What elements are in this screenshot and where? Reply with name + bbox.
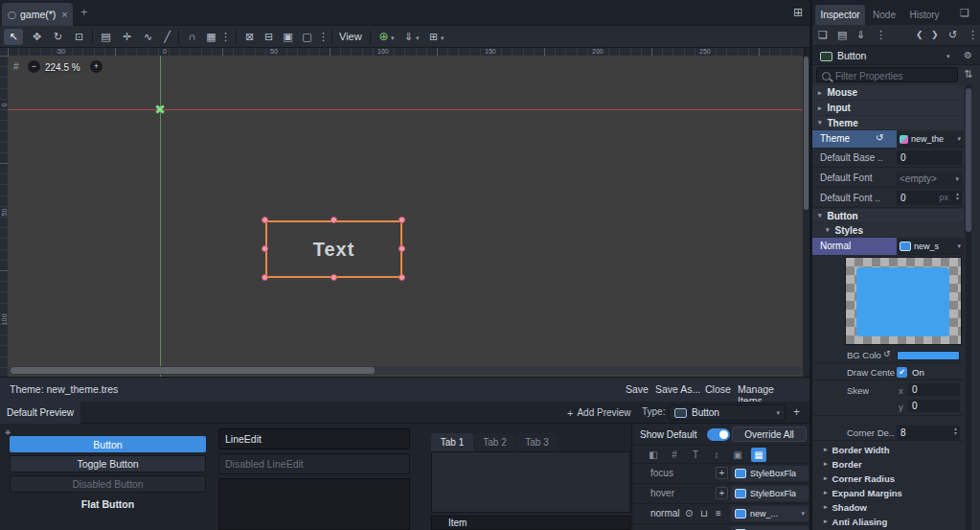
revert-icon[interactable]: ↺ [883, 349, 891, 358]
revert-icon[interactable]: ↺ [876, 132, 883, 143]
filter-properties-input[interactable] [833, 69, 957, 82]
spinner-arrows[interactable]: ▴ ▾ [956, 192, 959, 201]
smart-snap-button[interactable]: ∩ [184, 29, 200, 45]
back-icon[interactable]: ❮ [916, 30, 923, 39]
preview-tab-2[interactable]: Tab 2 [474, 433, 515, 451]
preview-tab-3[interactable]: Tab 3 [516, 433, 558, 451]
font-size-type-tab[interactable]: ↕ [709, 448, 724, 462]
font-dropdown[interactable]: <empty> ▾ [897, 172, 962, 186]
override-all-button[interactable]: Override All [732, 426, 807, 442]
section-input[interactable]: ▸ Input [812, 101, 964, 115]
section-anti-aliasing[interactable]: ▸ Anti Aliasing [812, 515, 964, 528]
skew-y-field[interactable]: 0 [908, 400, 960, 412]
rotate-tool-button[interactable]: ↻ [50, 29, 66, 45]
section-styles[interactable]: ▾ Styles [812, 223, 964, 237]
add-scene-tab-button[interactable]: + [80, 5, 88, 19]
selection-handle[interactable] [262, 245, 268, 252]
skeleton-options-menu[interactable]: ⋮ [318, 29, 328, 45]
unlock-button[interactable]: ⊟ [261, 29, 277, 45]
chevron-down-icon[interactable]: ▾ [416, 35, 420, 42]
group-button[interactable]: ▣ [280, 29, 296, 45]
selection-handle[interactable] [399, 245, 405, 252]
section-expand-margins[interactable]: ▸ Expand Margins [812, 486, 964, 499]
menu-icon[interactable]: ≡ [716, 508, 721, 518]
theme-resource-dropdown[interactable]: new_the ▾ [897, 131, 964, 147]
canvas-viewport[interactable]: ✚ # − 224.5 % + Text [8, 56, 803, 377]
save-resource-icon[interactable]: ⇓ [856, 29, 865, 41]
selection-handle[interactable] [399, 274, 405, 281]
section-theme[interactable]: ▾ Theme [812, 116, 964, 129]
add-preview-button[interactable]: + Add Preview [567, 404, 631, 421]
spin-down-icon[interactable]: ▾ [956, 196, 959, 201]
viewport[interactable] [8, 48, 803, 56]
view-menu-button[interactable]: View [339, 31, 362, 42]
chevron-down-icon[interactable]: ▾ [441, 35, 444, 42]
select-tool-button[interactable]: ↖ [4, 29, 23, 45]
spin-field[interactable]: 0 px ▴ ▾ [897, 191, 962, 205]
color-swatch[interactable] [897, 351, 960, 360]
constant-type-tab[interactable]: # [667, 448, 682, 462]
panel-menu-icon[interactable]: ❏ [960, 7, 969, 19]
section-button[interactable]: ▾ Button [812, 209, 964, 222]
v-scrollbar-thumb[interactable] [804, 57, 809, 210]
snap-options-menu[interactable]: ⋮ [220, 29, 230, 45]
add-type-button[interactable]: + [793, 405, 800, 419]
type-dropdown[interactable]: Button ▾ [669, 404, 786, 421]
close-button[interactable]: Close [705, 383, 731, 395]
list-select-button[interactable]: ▤ [98, 29, 114, 45]
preview-textedit[interactable] [218, 478, 410, 530]
stylebox-type-tab[interactable]: ▦ [751, 448, 766, 462]
font-type-tab[interactable]: T [688, 448, 703, 462]
add-override-button[interactable]: + [716, 467, 728, 479]
icon-type-tab[interactable]: ▣ [730, 448, 745, 462]
filter-input-box[interactable] [816, 67, 958, 82]
spin-field[interactable]: 8 ▴ ▾ [897, 426, 960, 440]
object-extra-icon[interactable]: ⚙ [964, 50, 972, 60]
forward-icon[interactable]: ❯ [931, 30, 939, 39]
chevron-down-icon[interactable]: ▾ [946, 53, 950, 60]
save-button[interactable]: Save [626, 383, 649, 395]
grid-snap-button[interactable]: ▦ [203, 29, 219, 45]
skew-x-field[interactable]: 0 [908, 383, 960, 396]
tab-inspector[interactable]: Inspector [815, 5, 865, 25]
move-tool-button[interactable]: ✥ [29, 29, 45, 45]
save-as-button[interactable]: Save As... [655, 383, 700, 395]
tab-history[interactable]: History [903, 5, 946, 25]
stylebox-resource-dropdown[interactable]: new_s ▾ [897, 239, 964, 254]
lock-button[interactable]: ⊠ [241, 29, 258, 45]
history-icon[interactable]: ↺ [948, 29, 957, 41]
preview-itemlist[interactable]: Item [431, 516, 630, 530]
tab-node[interactable]: Node [867, 5, 901, 25]
object-menu-icon[interactable]: ⋮ [968, 29, 978, 41]
new-resource-icon[interactable]: ❏ [818, 29, 828, 41]
section-mouse[interactable]: ▸ Mouse [812, 85, 964, 100]
add-override-button[interactable]: + [716, 487, 728, 499]
selection-handle[interactable] [399, 217, 405, 223]
scale-tool-button[interactable]: ⊡ [71, 29, 87, 45]
scene-tab-game[interactable]: ◯ game(*) × [2, 3, 73, 26]
close-icon[interactable]: × [61, 9, 67, 20]
section-border[interactable]: ▸ Border [812, 457, 964, 471]
selection-handle[interactable] [262, 217, 268, 223]
zoom-in-button[interactable]: + [90, 60, 103, 73]
stylebox-value-chip[interactable]: StyleBoxFla [731, 466, 809, 481]
checkbox-checked[interactable]: ✔ [897, 367, 907, 378]
stylebox-value-chip[interactable]: StyleBoxFla [731, 486, 809, 501]
load-resource-icon[interactable]: ▤ [837, 29, 847, 41]
layout-overlay-button[interactable]: ⊞ [425, 29, 442, 45]
zoom-out-button[interactable]: − [28, 60, 40, 73]
section-border-width[interactable]: ▸ Border Width [812, 443, 964, 456]
preview-toggle-button[interactable]: Toggle Button [10, 455, 206, 472]
ruler-tool-button[interactable]: ╱ [159, 29, 175, 45]
selection-handle[interactable] [262, 274, 268, 281]
object-selector-row[interactable]: Button ▾ ⚙ [812, 46, 980, 65]
preview-tab-1[interactable]: Tab 1 [431, 433, 473, 451]
h-scrollbar-thumb[interactable] [11, 367, 375, 374]
spinner-arrows[interactable]: ▴ ▾ [954, 426, 957, 436]
resource-menu-icon[interactable]: ⋮ [876, 29, 886, 41]
show-default-toggle[interactable] [707, 428, 730, 441]
selected-control[interactable]: Text [265, 220, 402, 278]
stylebox-dropdown[interactable]: new_... ▾ [731, 506, 809, 521]
crosshair-overlay-button[interactable]: ⊕ [376, 29, 392, 45]
selection-handle[interactable] [330, 217, 337, 223]
